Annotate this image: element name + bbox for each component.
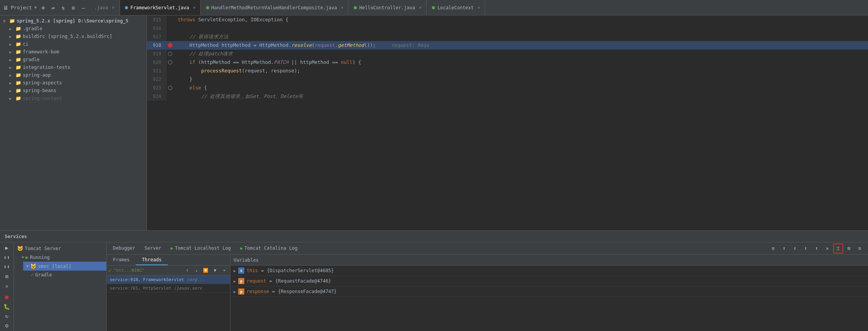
debug-cursor-button[interactable]: ⌶ bbox=[833, 244, 843, 254]
var-equals-this: = bbox=[261, 268, 264, 273]
debug-body: Frames Threads ✓ "htt...NING" ↑ ↓ 🔽 ▼ + bbox=[107, 255, 868, 331]
service-item-gradle[interactable]: ✓ Gradle bbox=[28, 271, 106, 279]
tree-item-ci[interactable]: ▶ 📁 ci bbox=[6, 40, 147, 48]
tab-tomcat-localhost-log[interactable]: ▶ Tomcat Localhost Log bbox=[166, 242, 235, 254]
services-layout-button[interactable]: ⊞ bbox=[2, 273, 12, 281]
var-expand-request[interactable]: ▶ bbox=[234, 279, 236, 283]
ft-expand-button[interactable]: ▼ bbox=[211, 266, 219, 275]
debug-step-over-button[interactable]: ⬇ bbox=[790, 244, 800, 254]
tree-label-spring-aspects: spring-aspects bbox=[23, 80, 62, 86]
tree-item-spring-aop[interactable]: ▶ 📁 spring-aop bbox=[6, 71, 147, 79]
ft-down-button[interactable]: ↓ bbox=[192, 266, 201, 275]
code-line-924: 924 // 处理其他请求，如Get、Post、Delete等 bbox=[147, 92, 868, 101]
var-expand-this[interactable]: ▶ bbox=[234, 269, 236, 273]
services-refresh-button[interactable]: ↻ bbox=[2, 312, 12, 320]
line-code-920: if (httpMethod == HttpMethod.PATCH || ht… bbox=[174, 58, 361, 67]
debug-step-out-button[interactable]: ⬆ bbox=[812, 244, 822, 254]
tree-item-buildsrc[interactable]: ▶ 📁 buildSrc [spring_5.2.x.buildSrc] bbox=[6, 33, 147, 40]
split-vert-icon[interactable]: ⇅ bbox=[59, 4, 67, 12]
tomcat-icon: 🐱 bbox=[17, 245, 23, 251]
code-line-920: 920 if (httpMethod == HttpMethod.PATCH |… bbox=[147, 58, 868, 67]
line-num-918: 918 bbox=[147, 41, 166, 50]
var-item-response[interactable]: ▶ p response = {ResponseFacade@4747} bbox=[230, 286, 868, 297]
thread-item-main[interactable]: service:918, FrameworkServlet (org... bbox=[107, 276, 230, 284]
service-item-tomcat-server[interactable]: 🐱 Tomcat Server bbox=[14, 244, 106, 253]
tree-item-spring52[interactable]: ▼ 📁 spring_5.2.x [spring] D:\Source\spri… bbox=[0, 17, 147, 25]
services-collapse-all-button[interactable]: ⬆⬆ bbox=[2, 254, 12, 262]
debug-settings-button[interactable]: ≡ bbox=[855, 244, 865, 254]
tab-locale-label: LocaleContext bbox=[437, 5, 474, 10]
debug-resume-button[interactable]: ⬆ bbox=[779, 244, 789, 254]
debug-step-into-button[interactable]: ⬇ bbox=[801, 244, 811, 254]
window-icon: 🖥 bbox=[3, 5, 9, 11]
var-item-this[interactable]: ▶ ≡ this = {DispatcherServlet@4685} bbox=[230, 266, 868, 276]
line-gutter-916 bbox=[166, 24, 174, 33]
split-horiz-icon[interactable]: ⇌ bbox=[49, 4, 57, 12]
tree-label-ci: ci bbox=[23, 41, 28, 47]
tab-handler-composite[interactable]: HandlerMethodReturnValueHandlerComposite… bbox=[201, 0, 349, 15]
ft-tab-frames[interactable]: Frames bbox=[107, 255, 136, 265]
settings-icon[interactable]: ⚙ bbox=[69, 4, 77, 12]
tab-framework-servlet[interactable]: FrameworkServlet.java ✕ bbox=[120, 0, 200, 15]
tab-handler-close[interactable]: ✕ bbox=[341, 5, 344, 10]
tab-hello-controller[interactable]: HelloController.java ✕ bbox=[349, 0, 426, 15]
services-run-button[interactable]: ▶ bbox=[2, 244, 12, 252]
minimize-icon[interactable]: — bbox=[79, 4, 87, 12]
var-value-this: {DispatcherServlet@4685} bbox=[267, 268, 334, 273]
service-smvc-label: smvc [local] bbox=[38, 264, 72, 269]
services-debug-button[interactable]: 🐛 bbox=[2, 302, 12, 310]
tab-framework-close[interactable]: ✕ bbox=[193, 5, 196, 10]
tab-java-close[interactable]: ✕ bbox=[112, 5, 115, 10]
line-gutter-915 bbox=[166, 15, 174, 24]
ft-filter-button[interactable]: 🔽 bbox=[201, 266, 210, 275]
folder-icon-spring-content: 📁 bbox=[15, 96, 21, 101]
breakpoint-918 bbox=[168, 43, 172, 48]
code-line-918: 918 HttpMethod httpMethod = HttpMethod.r… bbox=[147, 41, 868, 50]
var-expand-response[interactable]: ▶ bbox=[234, 290, 236, 294]
tab-server[interactable]: Server bbox=[140, 242, 166, 254]
ft-up-button[interactable]: ↑ bbox=[183, 266, 191, 275]
tree-item-spring-content[interactable]: ▶ 📁 spring-content bbox=[6, 94, 147, 102]
tree-item-integration-tests[interactable]: ▶ 📁 integration-tests bbox=[6, 63, 147, 71]
add-tab-icon[interactable]: ⊕ bbox=[39, 4, 47, 12]
tab-locale-context[interactable]: LocaleContext ✕ bbox=[427, 0, 485, 15]
tab-debugger[interactable]: Debugger bbox=[108, 242, 140, 254]
tab-handler-dot bbox=[206, 6, 209, 9]
service-item-smvc[interactable]: ▼ 🐱 smvc [local] bbox=[23, 262, 106, 271]
services-settings-v-button[interactable]: ⚙ bbox=[2, 322, 12, 330]
service-tomcat-label: Tomcat Server bbox=[25, 246, 61, 251]
file-tree: ▼ 📁 spring_5.2.x [spring] D:\Source\spri… bbox=[0, 15, 147, 230]
code-line-923: 923 else { bbox=[147, 84, 868, 92]
line-num-917: 917 bbox=[147, 33, 166, 41]
debug-grid-button[interactable]: ⊞ bbox=[844, 244, 854, 254]
line-num-919: 919 bbox=[147, 50, 166, 58]
tab-hello-close[interactable]: ✕ bbox=[419, 5, 422, 10]
code-editor[interactable]: 915 throws ServletException, IOException… bbox=[147, 15, 868, 230]
services-panel: Services ▶ ⬆⬆ ⬇⬇ ⊞ » ■ 🐛 ↻ ⚙ 🐱 Tomcat Se… bbox=[0, 230, 868, 331]
var-name-this: this bbox=[247, 268, 258, 273]
service-item-running[interactable]: ▼ ▶ Running bbox=[19, 253, 106, 262]
line-gutter-917 bbox=[166, 33, 174, 41]
services-pin-button[interactable]: ■ bbox=[2, 293, 12, 301]
thread-frame-2-label: service:765, HttpServlet (javax.serv bbox=[110, 286, 202, 291]
tree-item-framework-bom[interactable]: ▶ 📁 framework-bom bbox=[6, 48, 147, 56]
main-area: ▼ 📁 spring_5.2.x [spring] D:\Source\spri… bbox=[0, 15, 868, 230]
tree-item-spring-aspects[interactable]: ▶ 📁 spring-aspects bbox=[6, 79, 147, 87]
ft-tab-threads[interactable]: Threads bbox=[136, 255, 168, 265]
dropdown-arrow-icon[interactable]: ▼ bbox=[34, 5, 37, 10]
tree-item-spring-beans[interactable]: ▶ 📁 spring-beans bbox=[6, 87, 147, 94]
tab-java[interactable]: .java ✕ bbox=[89, 0, 119, 15]
tree-item-gradle2[interactable]: ▶ 📁 gradle bbox=[6, 56, 147, 63]
thread-item-httpservlet[interactable]: service:765, HttpServlet (javax.serv bbox=[107, 284, 230, 293]
tab-locale-close[interactable]: ✕ bbox=[477, 5, 480, 10]
line-gutter-920 bbox=[166, 58, 174, 67]
tab-tomcat-catalina-log[interactable]: ▶ Tomcat Catalina Log bbox=[235, 242, 302, 254]
debug-stop-button[interactable]: ✕ bbox=[822, 244, 832, 254]
ft-add-button[interactable]: + bbox=[220, 266, 229, 275]
var-item-request[interactable]: ▶ p request = {RequestFacade@4746} bbox=[230, 276, 868, 286]
services-more-button[interactable]: » bbox=[2, 282, 12, 290]
services-expand-all-button[interactable]: ⬇⬇ bbox=[2, 263, 12, 271]
tree-item-gradle[interactable]: ▶ 📁 .gradle bbox=[6, 25, 147, 33]
debug-menu-button[interactable]: ≡ bbox=[768, 244, 778, 254]
line-gutter-918 bbox=[166, 41, 174, 50]
